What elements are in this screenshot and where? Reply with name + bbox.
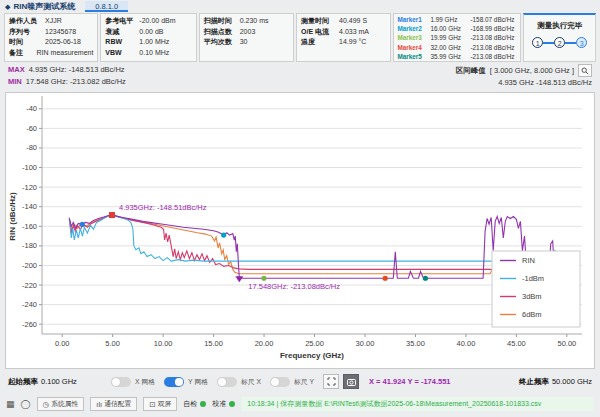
- apps-grid-icon[interactable]: ▦: [6, 399, 15, 409]
- svg-text:-220: -220: [22, 281, 37, 290]
- max-readout: MAX4.935 GHz: -148.513 dBc/Hz: [8, 64, 126, 76]
- expand-icon: [327, 377, 336, 386]
- step-2: 2: [554, 37, 565, 48]
- step-connector: [543, 42, 554, 44]
- svg-text:-60: -60: [26, 124, 37, 133]
- peak-range-row: 区间峰值 [ 3.000 GHz, 8.000 GHz ]: [456, 64, 592, 77]
- svg-text:35.00: 35.00: [406, 339, 425, 348]
- info-row: O/E 电流4.033 mA: [301, 27, 386, 38]
- marker-row: Marker11.99 GHz-158.07 dBc/Hz: [397, 15, 517, 24]
- svg-text:50.00: 50.00: [557, 339, 576, 348]
- progress-status-text: 测量执行完毕: [528, 21, 591, 31]
- app-icon: ◆: [5, 3, 10, 11]
- signal-bars-icon: ılı: [96, 400, 102, 409]
- svg-text:3dBm: 3dBm: [522, 292, 542, 301]
- info-row: 衰减0.00 dB: [105, 27, 191, 38]
- readouts-bar: MAX4.935 GHz: -148.513 dBc/Hz MIN17.548 …: [0, 63, 600, 91]
- snapshot-button[interactable]: [343, 374, 359, 389]
- camera-icon: [347, 378, 356, 386]
- svg-text:5.00: 5.00: [105, 339, 120, 348]
- cursor-y-toggle[interactable]: [270, 377, 290, 387]
- analyzer-settings-card: 参考电平-20.00 dBm 衰减0.00 dB RBW1.00 MHz VBW…: [100, 13, 196, 62]
- app-title: RIN噪声测试系统: [13, 1, 75, 12]
- peak-search-button[interactable]: [578, 64, 592, 77]
- svg-text:-180: -180: [22, 241, 37, 250]
- dual-screen-item[interactable]: ⊡双屏: [143, 397, 177, 411]
- svg-text:30.00: 30.00: [356, 339, 375, 348]
- svg-text:-80: -80: [26, 143, 37, 152]
- svg-text:-260: -260: [22, 320, 37, 329]
- marker-row: Marker319.99 GHz-213.08 dBc/Hz: [397, 33, 517, 42]
- info-row: VBW0.10 MHz: [105, 48, 191, 59]
- info-row: 备注RIN measurement: [9, 48, 93, 59]
- info-row: 序列号12345678: [9, 27, 93, 38]
- sweep-settings-card: 扫描时间0.230 ms 扫描点数2003 平均次数30: [199, 13, 294, 62]
- marker-row: Marker216.00 GHz-168.99 dBc/Hz: [397, 24, 517, 33]
- peak-value: 4.935 GHz -148.513 dBc/Hz: [456, 77, 592, 89]
- status-message: 10:18:34 | 保存测量数据 E:\RINTest\测试数据2025-06…: [241, 397, 594, 411]
- cursor-readout: X = 41.924 Y = -174.551: [369, 377, 450, 386]
- status-bar: ▦ ◯ ◷系统属性 ılı通信配置 ⊡双屏 自检 校准 10:18:34 | 保…: [0, 394, 600, 414]
- svg-text:40.00: 40.00: [457, 339, 476, 348]
- step-1: 1: [532, 37, 543, 48]
- svg-text:RIN: RIN: [522, 256, 535, 265]
- svg-text:4.935GHz: -148.51dBc/Hz: 4.935GHz: -148.51dBc/Hz: [119, 203, 207, 212]
- comm-config-item[interactable]: ılı通信配置: [90, 397, 137, 411]
- svg-text:-240: -240: [22, 300, 37, 309]
- grid-y-toggle[interactable]: [164, 377, 184, 387]
- peak-range-label: 区间峰值: [456, 65, 486, 77]
- info-row: 扫描点数2003: [204, 27, 289, 38]
- markers-card: Marker11.99 GHz-158.07 dBc/Hz Marker216.…: [393, 13, 521, 62]
- start-freq-label: 起始频率: [8, 377, 38, 387]
- operator-card: 操作人员XJJR 序列号12345678 时间2025-06-18 备注RIN …: [4, 13, 98, 62]
- svg-text:-140: -140: [22, 202, 37, 211]
- svg-text:25.00: 25.00: [305, 339, 324, 348]
- green-led-icon: [229, 401, 235, 407]
- calibration-indicator: 校准: [212, 399, 235, 409]
- svg-text:RIN (dBc/Hz): RIN (dBc/Hz): [8, 192, 17, 241]
- fullscreen-button[interactable]: [323, 374, 339, 389]
- version-tab[interactable]: 0.8.1.0: [85, 1, 128, 12]
- info-row: 时间2025-06-18: [9, 37, 93, 48]
- measurement-card: 测量时间40.499 S O/E 电流4.033 mA 温度14.99 °C: [296, 13, 391, 62]
- info-row: RBW1.00 MHz: [105, 37, 191, 48]
- svg-text:15.00: 15.00: [204, 339, 223, 348]
- info-row: 参考电平-20.00 dBm: [105, 16, 191, 27]
- grid-x-toggle[interactable]: [111, 377, 131, 387]
- start-freq-value: 0.100 GHz: [41, 377, 77, 386]
- info-panel: 操作人员XJJR 序列号12345678 时间2025-06-18 备注RIN …: [0, 13, 600, 62]
- svg-text:17.548GHz: -213.08dBc/Hz: 17.548GHz: -213.08dBc/Hz: [248, 282, 340, 291]
- svg-text:6dBm: 6dBm: [522, 310, 542, 319]
- stop-freq-value: 50.000 GHz: [552, 377, 592, 386]
- info-row: 测量时间40.499 S: [301, 16, 386, 27]
- title-bar: ◆ RIN噪声测试系统 0.8.1.0: [0, 0, 600, 13]
- svg-text:-40: -40: [26, 104, 37, 113]
- svg-text:-100: -100: [22, 163, 37, 172]
- info-row: 扫描时间0.230 ms: [204, 16, 289, 27]
- green-led-icon: [200, 401, 206, 407]
- step-3: 3: [576, 37, 587, 48]
- system-properties-item[interactable]: ◷系统属性: [37, 397, 85, 411]
- progress-card: 测量执行完毕 123: [523, 13, 596, 62]
- rin-chart[interactable]: -40-60-80-100-120-140-160-180-200-220-24…: [5, 92, 595, 369]
- chart-controls-bar: 起始频率 0.100 GHz X 网格 Y 网格 标尺 X 标尺 Y X = 4…: [0, 371, 600, 392]
- step-connector: [565, 42, 576, 44]
- self-test-indicator: 自检: [183, 399, 206, 409]
- svg-text:Frequency (GHz): Frequency (GHz): [280, 351, 344, 360]
- cursor-x-toggle[interactable]: [217, 377, 237, 387]
- screen-icon: ⊡: [149, 400, 155, 409]
- svg-text:-160: -160: [22, 222, 37, 231]
- magnifier-icon: [581, 67, 589, 75]
- power-icon[interactable]: ◯: [21, 399, 31, 409]
- info-row: 平均次数30: [204, 37, 289, 48]
- stop-freq-label: 终止频率: [519, 377, 549, 387]
- peak-range-value: [ 3.000 GHz, 8.000 GHz ]: [490, 65, 574, 77]
- info-row: 温度14.99 °C: [301, 37, 386, 48]
- svg-text:20.00: 20.00: [255, 339, 274, 348]
- svg-text:-200: -200: [22, 261, 37, 270]
- marker-row: Marker535.99 GHz-213.08 dBc/Hz: [397, 52, 517, 61]
- svg-text:-1dBm: -1dBm: [522, 274, 544, 283]
- info-row: 操作人员XJJR: [9, 16, 93, 27]
- svg-text:10.00: 10.00: [154, 339, 173, 348]
- marker-row: Marker432.00 GHz-213.08 dBc/Hz: [397, 43, 517, 52]
